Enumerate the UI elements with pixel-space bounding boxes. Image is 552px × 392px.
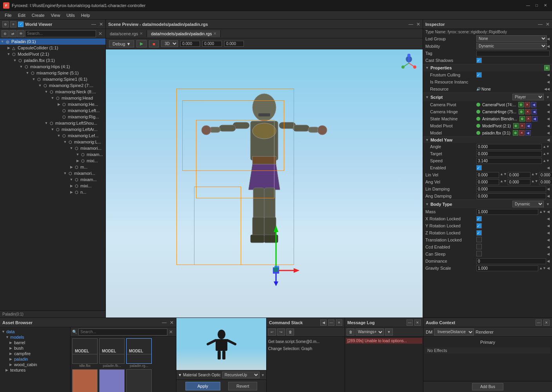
model-pivot-del-btn[interactable]: ✕ bbox=[519, 123, 525, 129]
scene-bg[interactable] bbox=[106, 49, 423, 318]
lin-vel-z[interactable] bbox=[539, 172, 552, 178]
tree-item-head-left[interactable]: ⬡ mixamorig:Left... bbox=[0, 107, 105, 114]
ml-clear-btn[interactable]: 🗑 bbox=[347, 328, 354, 336]
world-viewer-close2[interactable]: ✕ bbox=[99, 22, 103, 27]
lin-vel-y-spinner[interactable]: ▲▼ bbox=[531, 172, 538, 178]
menu-utils[interactable]: Utils bbox=[63, 12, 78, 18]
mass-spinner[interactable]: ▲▼ bbox=[539, 210, 546, 214]
tree-item-hips[interactable]: ▼ ⬡ mixamorig:Hips (4:1) bbox=[0, 64, 105, 70]
tree-item-capsule[interactable]: ▶ △ CapsuleCollider (1:1) bbox=[0, 45, 105, 51]
ml-min[interactable]: — bbox=[407, 319, 413, 326]
state-machine-select-btn[interactable]: ⊕ bbox=[519, 116, 525, 122]
camera-pivot-select-btn[interactable]: ⊕ bbox=[518, 102, 524, 107]
menu-file[interactable]: File bbox=[2, 12, 15, 18]
tree-arrow-leftar[interactable]: ▼ bbox=[50, 127, 55, 131]
menu-view[interactable]: View bbox=[48, 12, 64, 18]
maximize-button[interactable]: □ bbox=[533, 2, 540, 9]
cs-delete-btn[interactable]: 🗑 bbox=[286, 328, 294, 336]
ab-thumb-paladin-fb[interactable]: MODEL bbox=[99, 338, 125, 364]
wv-link-btn[interactable]: ⇄ bbox=[9, 30, 16, 37]
coord-x-input[interactable] bbox=[180, 41, 200, 47]
menu-create[interactable]: Create bbox=[29, 12, 48, 18]
ab-tree-bush[interactable]: ▶ bush bbox=[2, 345, 69, 351]
script-select[interactable]: Player bbox=[512, 94, 544, 100]
tree-arrow-mixi2[interactable]: ▶ bbox=[69, 184, 74, 188]
tree-item-mixam2[interactable]: ▼ ⬡ mixam... bbox=[0, 176, 105, 183]
ang-vel-y[interactable] bbox=[508, 179, 530, 185]
ab-item-paladin-d[interactable]: Paladin_d... bbox=[72, 369, 98, 392]
tree-item-mixamori2[interactable]: ▼ ⬡ mixamori... bbox=[0, 170, 105, 176]
dominance-input[interactable] bbox=[476, 258, 546, 264]
tree-arrow-paladinf[interactable]: ▼ bbox=[13, 58, 17, 62]
tree-item-spine2[interactable]: ▼ ⬡ mixamorig:Spine2 (7:... bbox=[0, 82, 105, 89]
cs-btn-a[interactable]: ◀ bbox=[320, 319, 327, 326]
debug-dropdown[interactable]: Debug ▼ bbox=[109, 40, 134, 47]
scene-tab-0[interactable]: data/scene.rgs ✕ bbox=[106, 30, 147, 37]
state-machine-nav-btn[interactable]: ◀ bbox=[532, 116, 537, 122]
camera-pivot-del-btn[interactable]: ✕ bbox=[525, 102, 530, 107]
tree-arrow-capsule[interactable]: ▶ bbox=[6, 46, 11, 50]
lin-vel-x[interactable] bbox=[476, 172, 499, 178]
coord-y-input[interactable] bbox=[202, 41, 222, 47]
tree-arrow-mixamori1[interactable]: ▼ bbox=[69, 146, 74, 150]
ab-tree-paladin[interactable]: ▶ paladin bbox=[2, 356, 69, 362]
tree-item-mixi1[interactable]: ▶ ⬡ mixi... bbox=[0, 158, 105, 164]
tree-item-spine1[interactable]: ▼ ⬡ mixamorig:Spine1 (6:1) bbox=[0, 76, 105, 82]
mobility-select[interactable]: Dynamic bbox=[476, 43, 547, 49]
minimize-button[interactable]: — bbox=[525, 2, 532, 9]
cs-min[interactable]: — bbox=[328, 319, 334, 326]
ab-tree-barrel[interactable]: ▶ barrel bbox=[2, 340, 69, 345]
close-button[interactable]: ✕ bbox=[542, 2, 549, 9]
ab-close[interactable]: ✕ bbox=[170, 320, 174, 325]
scene-tab-0-close[interactable]: ✕ bbox=[140, 31, 143, 36]
ab-item-paladin-n[interactable]: Paladin_n... bbox=[99, 369, 125, 392]
tree-item-leftar[interactable]: ▼ ⬡ mixamorig:LeftAr... bbox=[0, 126, 105, 132]
scene-preview-min[interactable]: — bbox=[409, 22, 413, 27]
section-model-yaw[interactable]: ▼ Model Yaw ◀ bbox=[423, 136, 552, 143]
tree-item-m1[interactable]: ▶ ⬡ m... bbox=[0, 164, 105, 170]
tree-item-head-he[interactable]: ▶ ⬡ mixamorig:He... bbox=[0, 101, 105, 107]
gravity-scale-spinner[interactable]: ▲▼ bbox=[539, 266, 546, 270]
tree-arrow-mixamori2[interactable]: ▼ bbox=[63, 171, 67, 175]
mass-input[interactable] bbox=[476, 209, 538, 215]
ab-min[interactable]: — bbox=[162, 320, 167, 325]
ac-min[interactable]: — bbox=[536, 319, 542, 326]
tree-arrow-paladin[interactable]: ▼ bbox=[0, 40, 5, 44]
ab-thumb-paladin-n[interactable] bbox=[99, 369, 125, 392]
cast-shadows-checkbox[interactable]: ✓ bbox=[476, 58, 482, 63]
wv-add-btn[interactable]: ⊕ bbox=[2, 30, 9, 37]
apply-button[interactable]: Apply bbox=[185, 382, 221, 390]
properties-add-btn[interactable]: + bbox=[544, 65, 550, 71]
state-machine-del-btn[interactable]: ✕ bbox=[526, 116, 531, 122]
revert-button[interactable]: Revert bbox=[228, 382, 257, 390]
ac-close[interactable]: ✕ bbox=[543, 319, 550, 326]
tree-arrow-modelpivot[interactable]: ▼ bbox=[6, 52, 11, 56]
lin-vel-y[interactable] bbox=[508, 172, 530, 178]
scene-tab-1[interactable]: data/models/paladin/paladin.rgs ✕ bbox=[147, 30, 221, 37]
tree-arrow-spine[interactable]: ▼ bbox=[25, 71, 30, 75]
tree-item-paladinfbx[interactable]: ▼ ⬡ paladin.fbx (3:1) bbox=[0, 57, 105, 64]
model-pivot-nav-btn[interactable]: ◀ bbox=[526, 123, 531, 129]
gravity-scale-input[interactable] bbox=[476, 265, 538, 271]
wv-btn-2[interactable]: ≡ bbox=[10, 21, 16, 27]
tree-arrow-m1[interactable]: ▶ bbox=[69, 165, 74, 169]
cs-redo-btn[interactable]: ↪ bbox=[277, 328, 285, 336]
y-rot-locked-checkbox[interactable]: ✓ bbox=[476, 223, 482, 229]
tree-arrow-mixi1[interactable]: ▶ bbox=[75, 159, 80, 163]
tree-arrow-mixam2[interactable]: ▼ bbox=[69, 178, 74, 181]
ang-vel-x-spinner[interactable]: ▲▼ bbox=[500, 179, 507, 185]
view-mode-select[interactable]: 3D 2D bbox=[161, 40, 178, 47]
tree-item-n1[interactable]: ▶ ⬡ n... bbox=[0, 189, 105, 195]
coord-z-input[interactable] bbox=[224, 41, 244, 47]
angle-input[interactable] bbox=[476, 144, 542, 150]
camera-hinge-select-btn[interactable]: ⊕ bbox=[519, 109, 524, 114]
tree-arrow-leftshou[interactable]: ▼ bbox=[44, 121, 49, 125]
camera-pivot-nav-btn[interactable]: ◀ bbox=[531, 102, 536, 107]
tree-arrow-mixam1[interactable]: ▼ bbox=[75, 152, 80, 156]
tree-item-mixam1[interactable]: ▼ ⬡ mixam... bbox=[0, 151, 105, 158]
tree-arrow-n1[interactable]: ▶ bbox=[69, 190, 74, 194]
stop-button[interactable]: ■ bbox=[149, 40, 159, 47]
lin-damping-input[interactable] bbox=[476, 186, 546, 192]
wv-search-input[interactable] bbox=[25, 30, 96, 37]
section-body-type[interactable]: ▼ Body Type Dynamic ▼ bbox=[423, 200, 552, 208]
